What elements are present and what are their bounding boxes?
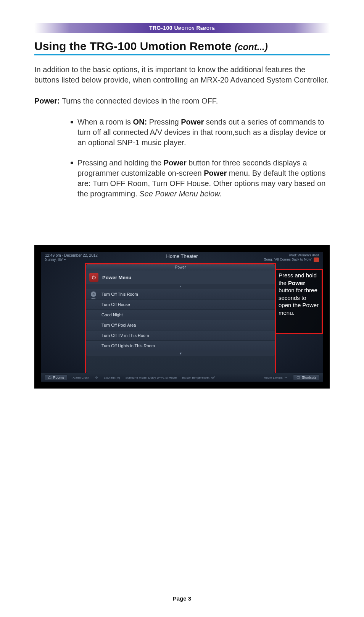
alarm-label: Alarm Clock [73,376,89,379]
title-rule [34,54,330,55]
topbar-room-name: Home Theater [41,253,323,259]
power-desc: Turns the connected devices in the room … [60,97,218,105]
rooms-label: Rooms [53,376,64,379]
b2-power2: Power [204,169,227,177]
intro-paragraph: In addition to the basic options, it is … [34,65,330,85]
power-menu-screenshot: 12:49 pm · December 22, 2012 Sunny, 65°F… [41,252,323,382]
svg-rect-3 [297,377,300,378]
callout-box: Press and hold the Power button for thre… [275,269,323,334]
header-band: TRG-100 Umotion Remote [34,23,330,33]
screenshot-container: 12:49 pm · December 22, 2012 Sunny, 65°F… [34,245,330,389]
shortcuts-button[interactable]: Shortcuts [293,374,320,381]
house-icon [48,376,52,379]
surround-mode: Surround Mode: Dolby D+PLIIx Movie [126,376,177,379]
room-linked: Room Linked: [264,376,288,379]
page-number: Page 3 [0,595,364,602]
power-paragraph: Power: Turns the connected devices in th… [34,96,330,106]
bullet-2: Pressing and holding the Power button fo… [71,158,330,199]
bullet-1: When a room is ON: Pressing Power sends … [71,117,330,148]
highlight-menu-outline [85,263,276,374]
document-page: TRG-100 Umotion Remote Using the TRG-100… [0,0,364,617]
keyboard-icon [296,376,300,379]
room-linked-label: Room Linked: [264,376,283,379]
callout-bold: Power [288,280,305,286]
b2-pre: Pressing and holding the [77,159,164,167]
bullet-list: When a room is ON: Pressing Power sends … [34,117,330,199]
b1-mid: Pressing [147,118,181,126]
alarm-icon [95,376,98,379]
alarm-time: 9:00 am (M) [104,376,120,379]
b1-on: ON: [133,118,147,126]
shortcuts-label: Shortcuts [302,376,316,379]
rooms-button[interactable]: Rooms [44,374,68,381]
callout-post: button for three seconds to open the Pow… [279,287,319,316]
title-cont: (cont...) [235,42,268,52]
title-main: Using the TRG-100 Umotion Remote [34,40,235,52]
link-icon [284,376,288,379]
b2-ital: See Power Menu below. [139,189,222,198]
b2-power1: Power [164,159,187,167]
b1-pre: When a room is [77,118,133,126]
page-title: Using the TRG-100 Umotion Remote (cont..… [34,40,330,53]
screenshot-bottombar: Rooms Alarm Clock 9:00 am (M) Surround M… [41,373,323,382]
indoor-temp: Indoor Temperature: 75° [182,376,215,379]
b1-power: Power [181,118,204,126]
screenshot-topbar: 12:49 pm · December 22, 2012 Sunny, 65°F… [41,252,323,263]
power-label: Power: [34,97,60,105]
